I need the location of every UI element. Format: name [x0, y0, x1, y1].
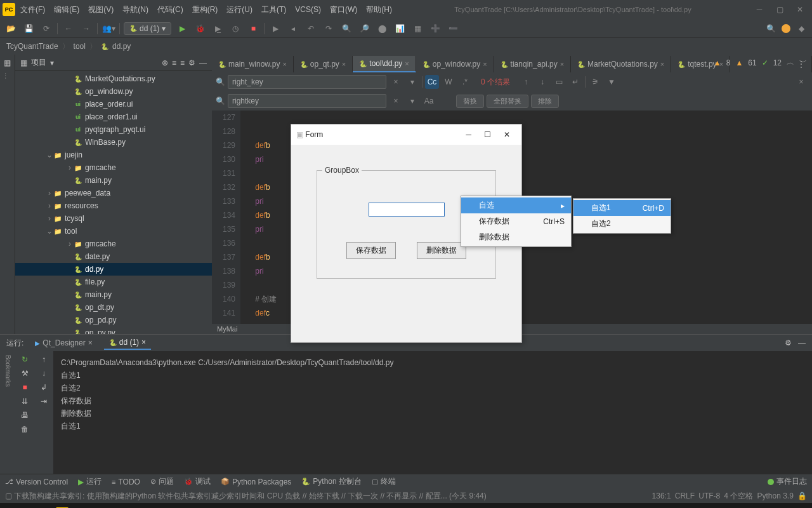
sciview-icon[interactable]: ▦: [410, 22, 424, 36]
sync-icon[interactable]: ⟳: [39, 22, 53, 36]
caret-position[interactable]: 136:1: [652, 491, 671, 500]
problems-tool[interactable]: ⊘ 问题: [150, 476, 174, 487]
run-tool[interactable]: ▶ 运行: [78, 476, 102, 487]
bookmarks-stripe[interactable]: Bookmarks: [0, 351, 15, 474]
next-match-icon[interactable]: ↓: [535, 75, 549, 89]
tree-item[interactable]: 🐍op_pd.py: [15, 314, 212, 326]
delete-data-button[interactable]: 删除数据: [417, 242, 466, 259]
tree-item[interactable]: uipyqtgraph_pyqt.ui: [15, 123, 212, 136]
replace-all-button[interactable]: 全部替换: [487, 95, 528, 108]
add-icon[interactable]: ➕: [428, 22, 442, 36]
run-console[interactable]: C:\ProgramData\Anaconda3\python.exe C:/U…: [53, 351, 812, 474]
regex-icon[interactable]: .*: [458, 75, 472, 89]
ctx-delete-data[interactable]: 删除数据: [461, 229, 571, 245]
form-close-button[interactable]: ✕: [497, 130, 516, 139]
tree-item[interactable]: ⌄📁juejin: [15, 149, 212, 161]
task-app2-icon[interactable]: 🔷: [75, 504, 98, 508]
tree-item[interactable]: ›📁tcysql: [15, 212, 212, 225]
find-input[interactable]: [228, 75, 386, 89]
tree-item[interactable]: ›📁peewee_data: [15, 187, 212, 199]
project-tree[interactable]: 🐍MarketQuotations.py🐍op_window.pyuiplace…: [15, 71, 212, 334]
tree-item[interactable]: 🐍file.py: [15, 276, 212, 288]
tree-item[interactable]: 🐍main.py: [15, 174, 212, 187]
minus-icon[interactable]: ➖: [446, 22, 460, 36]
tree-item[interactable]: 🐍date.py: [15, 250, 212, 263]
run-icon[interactable]: ▶: [175, 22, 189, 36]
words-icon[interactable]: W: [442, 75, 455, 89]
debug-tool[interactable]: 🐞 调试: [184, 476, 211, 487]
todo-tool[interactable]: ≡ TODO: [112, 478, 140, 486]
down2-icon[interactable]: ↓: [42, 369, 46, 378]
minimize-button[interactable]: ─: [750, 3, 769, 16]
print-icon[interactable]: 🖶: [21, 411, 29, 420]
terminal-tool[interactable]: ▢ 终端: [372, 476, 396, 487]
task-app10-icon[interactable]: 📄: [268, 504, 291, 508]
task-app8-icon[interactable]: 🟦: [219, 504, 242, 508]
clear-replace-icon[interactable]: ×: [389, 94, 403, 108]
replace-button[interactable]: 替换: [456, 95, 484, 108]
hide-icon[interactable]: —: [199, 58, 207, 67]
task-app4-icon[interactable]: 🟥: [123, 504, 146, 508]
rerun-icon[interactable]: ↻: [22, 355, 28, 364]
notification-icon[interactable]: [782, 24, 790, 33]
stop-icon[interactable]: ■: [246, 22, 260, 36]
line-sep[interactable]: CRLF: [675, 491, 695, 500]
encoding[interactable]: UTF-8: [698, 491, 720, 500]
console-tool[interactable]: 🐍 Python 控制台: [301, 476, 362, 487]
open-icon[interactable]: 📂: [4, 22, 18, 36]
task-pycharm-icon[interactable]: PC: [51, 504, 74, 508]
tree-item[interactable]: 🐍op_dt.py: [15, 301, 212, 314]
task-app7-icon[interactable]: 📁: [195, 504, 218, 508]
inspection-widget[interactable]: ▲8 ▲61 ✓12 ︿﹀: [714, 57, 807, 68]
replace-input[interactable]: [228, 94, 386, 108]
structure-stripe[interactable]: …: [4, 72, 11, 79]
ctx-opt1[interactable]: 自选1Ctrl+D: [573, 200, 671, 216]
editor-tab[interactable]: 🐍tool\dd.py×: [353, 56, 416, 72]
ctx-opt2[interactable]: 自选2: [573, 216, 671, 232]
tree-item[interactable]: 🐍op_pv.py: [15, 326, 212, 334]
interpreter[interactable]: Python 3.9: [757, 491, 794, 500]
groupbox-text-input[interactable]: [369, 203, 445, 217]
scientific-icon[interactable]: 📊: [393, 22, 407, 36]
task-app6-icon[interactable]: 📺: [171, 504, 194, 508]
tree-item[interactable]: 🐍WinBase.py: [15, 136, 212, 149]
menu-vcs[interactable]: VCS(S): [291, 3, 325, 16]
menu-view[interactable]: 视图(V): [84, 3, 117, 17]
up-icon[interactable]: ↑: [42, 355, 46, 364]
find-icon[interactable]: 🔍: [339, 22, 353, 36]
profile-icon[interactable]: ◷: [228, 22, 242, 36]
stop-run-icon[interactable]: ■: [22, 383, 27, 392]
funnel-icon[interactable]: ▼: [605, 75, 619, 89]
prev-match-icon[interactable]: ↑: [519, 75, 533, 89]
menu-help[interactable]: 帮助(H): [362, 3, 396, 17]
preserve-case-icon[interactable]: Aa: [422, 94, 436, 108]
menu-navigate[interactable]: 导航(N): [119, 3, 152, 17]
ide-icon[interactable]: ⬤: [375, 22, 389, 36]
menu-run[interactable]: 运行(U): [223, 3, 256, 17]
tree-item[interactable]: uiplace_order1.ui: [15, 110, 212, 123]
search-icon[interactable]: 🔎: [357, 22, 371, 36]
run-config-combo[interactable]: 🐍dd (1) ▾: [124, 22, 171, 35]
menu-window[interactable]: 窗口(W): [326, 3, 361, 17]
close-button[interactable]: ✕: [790, 3, 809, 16]
menu-file[interactable]: 文件(F): [16, 3, 49, 17]
editor-tab[interactable]: 🐍op_qt.py×: [294, 56, 353, 72]
step-into-icon[interactable]: ◂: [286, 22, 300, 36]
indent[interactable]: 4 个空格: [724, 491, 753, 502]
expand-all-icon[interactable]: ≡: [172, 58, 176, 67]
filter-icon[interactable]: ⚞: [588, 75, 602, 89]
breadcrumb-file[interactable]: dd.py: [112, 42, 131, 51]
trash-icon[interactable]: 🗑: [21, 425, 29, 434]
menu-edit[interactable]: 编辑(E): [50, 3, 83, 17]
undo-icon[interactable]: ↶: [304, 22, 318, 36]
history-replace-icon[interactable]: ▾: [405, 94, 419, 108]
collapse-all-icon[interactable]: ≡: [180, 58, 185, 67]
tree-item[interactable]: ›📁gmcache: [15, 161, 212, 174]
tree-item[interactable]: ⌄📁tool: [15, 225, 212, 237]
debug-icon[interactable]: 🐞: [193, 22, 207, 36]
clear-icon[interactable]: ×: [389, 75, 403, 89]
settings-icon[interactable]: ⚙: [188, 58, 195, 67]
tree-item[interactable]: ›📁resources: [15, 199, 212, 212]
tree-item[interactable]: 🐍dd.py: [15, 263, 212, 276]
task-app3-icon[interactable]: 🟢: [99, 504, 122, 508]
